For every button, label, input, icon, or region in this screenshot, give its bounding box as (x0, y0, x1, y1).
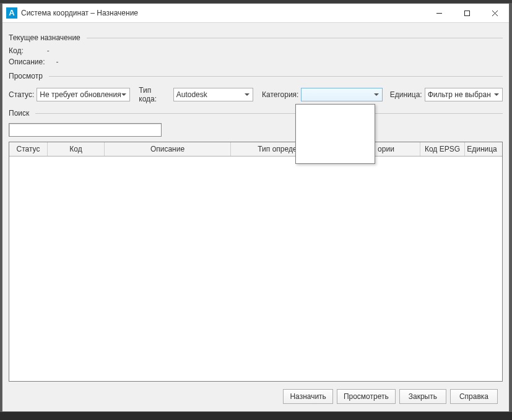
category-popup-list[interactable] (295, 104, 375, 164)
app-icon: A (6, 7, 17, 19)
assign-button[interactable]: Назначить (283, 389, 332, 404)
codetype-label: Тип кода: (139, 86, 170, 103)
maximize-button[interactable] (453, 4, 481, 22)
svg-rect-1 (465, 11, 470, 15)
results-grid[interactable]: Статус Код Описание Тип определения С ор… (9, 142, 503, 382)
help-button[interactable]: Справка (450, 389, 498, 404)
app-statusbar (0, 412, 512, 420)
column-status[interactable]: Статус (9, 142, 48, 156)
row-description: Описание: - (9, 58, 503, 66)
status-dropdown-value: Не требует обновления (40, 90, 121, 99)
close-button[interactable] (481, 4, 509, 22)
code-label: Код: (9, 46, 24, 55)
category-dropdown[interactable] (301, 88, 382, 101)
preview-button[interactable]: Просмотреть (337, 389, 396, 404)
description-label: Описание: (9, 58, 45, 66)
column-code[interactable]: Код (48, 142, 105, 156)
titlebar[interactable]: A Система координат – Назначение (2, 4, 509, 23)
group-search: Поиск (9, 107, 503, 119)
codetype-dropdown[interactable]: Autodesk (173, 88, 253, 101)
codetype-dropdown-value: Autodesk (176, 90, 207, 99)
group-view: Просмотр (9, 70, 503, 82)
group-current: Текущее назначение (9, 32, 503, 44)
column-unit[interactable]: Единица (465, 142, 499, 156)
search-input[interactable] (9, 123, 162, 137)
unit-label: Единица: (390, 90, 422, 99)
column-epsg[interactable]: Код EPSG (420, 142, 465, 156)
dialog-window: A Система координат – Назначение Текущее… (2, 3, 510, 412)
row-code: Код: - (9, 46, 503, 55)
unit-dropdown[interactable]: Фильтр не выбран (425, 88, 503, 101)
close-dialog-button[interactable]: Закрыть (399, 389, 446, 404)
column-description[interactable]: Описание (105, 142, 231, 156)
code-value: - (47, 46, 50, 55)
minimize-button[interactable] (425, 4, 453, 22)
unit-dropdown-value: Фильтр не выбран (428, 90, 491, 99)
window-title: Система координат – Назначение (21, 9, 425, 17)
category-label: Категория: (262, 90, 298, 99)
status-dropdown[interactable]: Не требует обновления (37, 88, 130, 101)
description-value: - (56, 58, 59, 66)
status-label: Статус: (9, 90, 34, 99)
